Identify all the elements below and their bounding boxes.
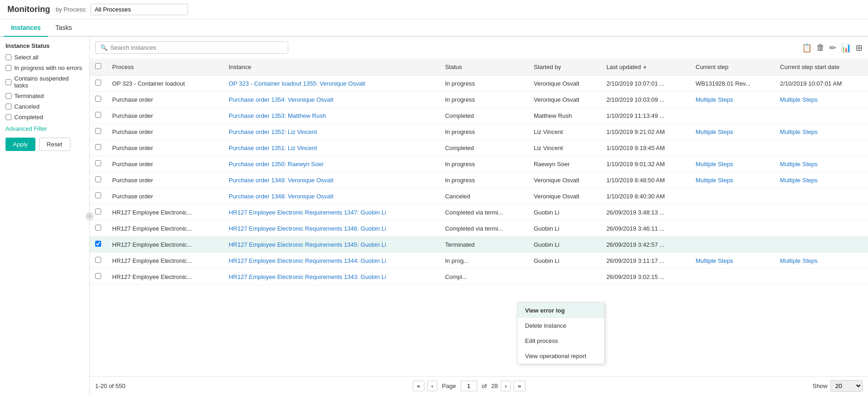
table-row[interactable]: Purchase orderPurchase order 1348: Veron… bbox=[90, 188, 868, 204]
sort-arrow: ▼ bbox=[643, 65, 647, 70]
row-instance-link[interactable]: Purchase order 1353: Matthew Rush bbox=[228, 112, 326, 119]
row-instance-link[interactable]: Purchase order 1348: Veronique Osvalt bbox=[228, 193, 333, 200]
table-row[interactable]: HR127 Employee Electronic...HR127 Employ… bbox=[90, 253, 868, 269]
row-last-updated: 26/09/2019 3:46:11 ... bbox=[601, 220, 690, 237]
row-current-step-start[interactable]: Multiple Steps bbox=[775, 124, 868, 140]
col-last-updated[interactable]: Last updated ▼ bbox=[601, 58, 690, 75]
row-instance-link[interactable]: HR127 Employee Electronic Requirements 1… bbox=[228, 225, 386, 232]
row-instance-link[interactable]: Purchase order 1349: Veronique Osvalt bbox=[228, 177, 333, 184]
filter-select-all[interactable]: Select all bbox=[6, 54, 84, 61]
row-checkbox[interactable] bbox=[95, 128, 101, 134]
row-instance-link[interactable]: Purchase order 1351: Liz Vincent bbox=[228, 145, 317, 151]
filter-terminated[interactable]: Terminated bbox=[6, 93, 84, 99]
row-checkbox[interactable] bbox=[95, 96, 101, 102]
row-current-step[interactable]: Multiple Steps bbox=[690, 124, 775, 140]
tab-instances[interactable]: Instances bbox=[4, 19, 48, 37]
row-current-step bbox=[690, 108, 775, 124]
advanced-filter-link[interactable]: Advanced Filter bbox=[6, 125, 84, 132]
table-row[interactable]: Purchase orderPurchase order 1349: Veron… bbox=[90, 172, 868, 188]
row-current-step[interactable]: Multiple Steps bbox=[690, 156, 775, 172]
row-checkbox[interactable] bbox=[95, 257, 101, 263]
row-current-step-start[interactable]: Multiple Steps bbox=[775, 253, 868, 269]
row-current-step[interactable]: Multiple Steps bbox=[690, 253, 775, 269]
col-status[interactable]: Status bbox=[440, 58, 528, 75]
table-row[interactable]: Purchase orderPurchase order 1350: Raewy… bbox=[90, 156, 868, 172]
row-instance-link[interactable]: OP 323 - Container loadout 1355: Veroniq… bbox=[228, 80, 365, 87]
apply-button[interactable]: Apply bbox=[6, 138, 35, 151]
row-current-step-start[interactable]: Multiple Steps bbox=[775, 172, 868, 188]
filter-completed-checkbox[interactable] bbox=[6, 114, 11, 120]
context-menu-item-edit-process[interactable]: Edit process bbox=[518, 333, 604, 348]
row-instance-link[interactable]: HR127 Employee Electronic Requirements 1… bbox=[228, 241, 386, 248]
show-select[interactable]: 10 20 50 100 bbox=[830, 380, 862, 392]
filter-suspended[interactable]: Contains suspended tasks bbox=[6, 75, 84, 89]
col-current-step-start[interactable]: Current step start date bbox=[775, 58, 868, 75]
filter-terminated-checkbox[interactable] bbox=[6, 93, 11, 99]
tabs-bar: Instances Tasks bbox=[0, 19, 868, 37]
row-checkbox[interactable] bbox=[95, 112, 101, 118]
row-checkbox[interactable] bbox=[95, 192, 101, 198]
page-prev-button[interactable]: ‹ bbox=[427, 381, 437, 391]
filter-in-progress[interactable]: In progress with no errors bbox=[6, 64, 84, 71]
page-next-button[interactable]: › bbox=[501, 381, 511, 391]
row-last-updated: 1/10/2019 8:40:30 AM bbox=[601, 188, 690, 204]
reset-button[interactable]: Reset bbox=[39, 138, 70, 151]
table-row[interactable]: Purchase orderPurchase order 1351: Liz V… bbox=[90, 140, 868, 156]
row-instance-link[interactable]: HR127 Employee Electronic Requirements 1… bbox=[228, 209, 386, 216]
search-input[interactable] bbox=[110, 44, 283, 51]
row-status: In prog... bbox=[440, 253, 528, 269]
row-current-step-start[interactable]: Multiple Steps bbox=[775, 92, 868, 108]
filter-canceled[interactable]: Canceled bbox=[6, 103, 84, 110]
process-select[interactable]: All ProcessesPurchase orderHR127 Employe… bbox=[91, 4, 188, 15]
page-first-button[interactable]: « bbox=[413, 381, 424, 391]
row-checkbox[interactable] bbox=[95, 144, 101, 150]
page-last-button[interactable]: » bbox=[514, 381, 525, 391]
table-row[interactable]: OP 323 - Container loadoutOP 323 - Conta… bbox=[90, 75, 868, 92]
table-row[interactable]: HR127 Employee Electronic...HR127 Employ… bbox=[90, 269, 868, 285]
context-menu-item-view-operational[interactable]: View operational report bbox=[518, 348, 604, 364]
edit-icon[interactable]: ✏ bbox=[829, 43, 836, 53]
row-checkbox[interactable] bbox=[95, 273, 101, 279]
clipboard-icon[interactable]: 📋 bbox=[802, 43, 812, 53]
col-process[interactable]: Process bbox=[107, 58, 223, 75]
row-checkbox[interactable] bbox=[95, 241, 101, 247]
page-input[interactable] bbox=[461, 381, 477, 391]
row-current-step-start[interactable]: Multiple Steps bbox=[775, 156, 868, 172]
row-checkbox[interactable] bbox=[95, 160, 101, 166]
context-menu-item-delete-instance[interactable]: Delete instance bbox=[518, 318, 604, 333]
col-started-by[interactable]: Started by bbox=[528, 58, 601, 75]
row-current-step[interactable]: Multiple Steps bbox=[690, 172, 775, 188]
col-instance[interactable]: Instance bbox=[223, 58, 439, 75]
filter-select-all-checkbox[interactable] bbox=[6, 54, 11, 60]
trash-icon[interactable]: 🗑 bbox=[817, 43, 825, 52]
table-row[interactable]: Purchase orderPurchase order 1352: Liz V… bbox=[90, 124, 868, 140]
table-row[interactable]: Purchase orderPurchase order 1354: Veron… bbox=[90, 92, 868, 108]
filter-canceled-checkbox[interactable] bbox=[6, 104, 11, 110]
row-instance-link[interactable]: Purchase order 1354: Veronique Osvalt bbox=[228, 96, 333, 103]
row-instance-link[interactable]: HR127 Employee Electronic Requirements 1… bbox=[228, 257, 386, 264]
row-status: In progress bbox=[440, 75, 528, 92]
row-checkbox[interactable] bbox=[95, 209, 101, 214]
row-status: Completed bbox=[440, 108, 528, 124]
row-checkbox[interactable] bbox=[95, 80, 101, 86]
col-current-step[interactable]: Current step bbox=[690, 58, 775, 75]
table-row[interactable]: Purchase orderPurchase order 1353: Matth… bbox=[90, 108, 868, 124]
tab-tasks[interactable]: Tasks bbox=[48, 19, 80, 37]
filter-in-progress-checkbox[interactable] bbox=[6, 65, 11, 71]
table-row[interactable]: HR127 Employee Electronic...HR127 Employ… bbox=[90, 204, 868, 220]
row-instance-link[interactable]: Purchase order 1352: Liz Vincent bbox=[228, 128, 317, 135]
row-checkbox[interactable] bbox=[95, 176, 101, 182]
row-checkbox[interactable] bbox=[95, 225, 101, 231]
sidebar-toggle[interactable]: ‹ bbox=[86, 212, 94, 220]
chart-icon[interactable]: 📊 bbox=[841, 43, 851, 53]
filter-suspended-checkbox[interactable] bbox=[6, 79, 11, 85]
row-instance-link[interactable]: HR127 Employee Electronic Requirements 1… bbox=[228, 273, 386, 280]
table-row[interactable]: HR127 Employee Electronic...HR127 Employ… bbox=[90, 220, 868, 237]
select-all-checkbox[interactable] bbox=[95, 63, 101, 69]
table-row[interactable]: HR127 Employee Electronic...HR127 Employ… bbox=[90, 237, 868, 253]
filter-completed[interactable]: Completed bbox=[6, 114, 84, 121]
row-instance-link[interactable]: Purchase order 1350: Raewyn Soer bbox=[228, 161, 324, 168]
grid-icon[interactable]: ⊞ bbox=[856, 43, 862, 53]
context-menu-item-view-error[interactable]: View error log bbox=[518, 303, 604, 318]
row-current-step[interactable]: Multiple Steps bbox=[690, 92, 775, 108]
